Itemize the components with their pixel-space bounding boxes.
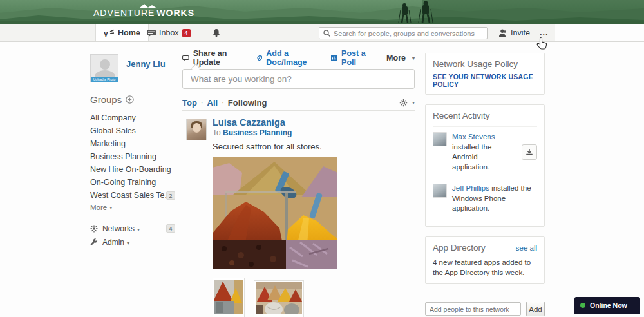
avatar-art bbox=[193, 123, 201, 133]
status-update-input[interactable] bbox=[182, 69, 415, 89]
to-label: To bbox=[213, 128, 221, 137]
recent-activity-title: Recent Activity bbox=[433, 111, 537, 120]
composer bbox=[182, 69, 415, 89]
activity-avatar[interactable] bbox=[433, 226, 447, 227]
gear-icon bbox=[399, 99, 408, 107]
yammer-logo-icon: y bbox=[104, 29, 115, 37]
activity-list: Max Stevens installed the Android applic… bbox=[433, 126, 537, 227]
avatar-placeholder-head bbox=[100, 59, 110, 70]
logo-text-works: WORKS bbox=[156, 8, 194, 18]
activity-user-link[interactable]: Jeff Phillips bbox=[452, 184, 489, 192]
author-avatar[interactable] bbox=[186, 119, 207, 140]
sidebar-item-networks[interactable]: Networks 4 bbox=[90, 222, 175, 235]
activity-item: Jeff Phillips installed the Windows Phon… bbox=[433, 178, 537, 214]
filter-all[interactable]: All bbox=[207, 98, 218, 108]
sidebar-group-item[interactable]: West Coast Sales Te... 2 bbox=[90, 189, 175, 202]
sidebar-group-item[interactable]: New Hire On-Boarding bbox=[90, 163, 175, 176]
usage-policy-box: Network Usage Policy SEE YOUR NETWORK US… bbox=[425, 53, 545, 95]
filter-top[interactable]: Top bbox=[182, 98, 197, 108]
sidebar-group-item[interactable]: Marketing bbox=[90, 137, 175, 150]
notifications-button[interactable] bbox=[205, 24, 228, 41]
current-user-name[interactable]: Jenny Liu bbox=[126, 59, 166, 69]
group-label: All Company bbox=[90, 113, 175, 122]
usage-policy-title: Network Usage Policy bbox=[433, 59, 537, 69]
activity-text: Max Stevens installed the Android applic… bbox=[452, 132, 516, 172]
left-sidebar: Upload a Photo Jenny Liu Groups All Comp… bbox=[90, 54, 175, 249]
add-people-row: Add bbox=[425, 302, 545, 316]
sidebar-group-item[interactable]: Global Sales bbox=[90, 124, 175, 137]
filter-separator: · bbox=[222, 99, 224, 106]
profile-avatar[interactable]: Upload a Photo bbox=[90, 54, 118, 82]
feed-post: Luisa Cazzaniga To Business Planning Sec… bbox=[182, 117, 415, 317]
post-to-line: To Business Planning bbox=[213, 128, 415, 137]
add-people-input[interactable] bbox=[425, 302, 521, 316]
invite-person-icon bbox=[498, 29, 507, 37]
top-navbar: y Home Inbox 4 bbox=[0, 24, 644, 42]
admin-label: Admin bbox=[102, 238, 124, 247]
sidebar-group-item[interactable]: Business Planning bbox=[90, 150, 175, 163]
activity-item: Max Stevens installed the Android applic… bbox=[433, 126, 537, 172]
group-label: Global Sales bbox=[90, 126, 175, 135]
post-group-link[interactable]: Business Planning bbox=[223, 128, 292, 137]
networks-label: Networks bbox=[102, 224, 135, 233]
logo-text-adventure: ADVENTURE bbox=[93, 8, 155, 18]
right-rail: Network Usage Policy SEE YOUR NETWORK US… bbox=[425, 53, 545, 317]
group-label: Business Planning bbox=[90, 152, 175, 161]
activity-user-link[interactable]: Jeff Phillips bbox=[452, 226, 489, 227]
activity-user-link[interactable]: Max Stevens bbox=[452, 133, 495, 140]
search-input[interactable] bbox=[334, 30, 483, 37]
online-now-toast[interactable]: Online Now bbox=[574, 297, 640, 314]
filter-following[interactable]: Following bbox=[228, 98, 267, 108]
add-people-button[interactable]: Add bbox=[526, 302, 545, 316]
group-label: West Coast Sales Te... bbox=[90, 191, 166, 200]
more-menu-button[interactable]: ... bbox=[532, 24, 556, 41]
sidebar-divider bbox=[90, 218, 175, 218]
post-image-spice-market[interactable] bbox=[213, 157, 337, 269]
networks-badge: 4 bbox=[166, 224, 175, 233]
post-body: Luisa Cazzaniga To Business Planning Sec… bbox=[213, 117, 415, 317]
online-now-label: Online Now bbox=[590, 302, 627, 309]
groups-more-label: More bbox=[90, 204, 107, 211]
recent-activity-box: Recent Activity Max Stevens installed th… bbox=[425, 104, 545, 227]
activity-avatar[interactable] bbox=[433, 132, 447, 146]
activity-item: Jeff Phillips and 2 others installed the… bbox=[433, 220, 537, 227]
share-update-tab[interactable]: Share an Update bbox=[182, 49, 245, 67]
add-doc-image-tab[interactable]: Add a Doc/Image bbox=[256, 49, 319, 67]
sidebar-group-item[interactable]: On-Going Training bbox=[90, 176, 175, 189]
paperclip-icon bbox=[256, 54, 262, 62]
groups-header: Groups bbox=[90, 94, 175, 105]
upload-photo-button[interactable]: Upload a Photo bbox=[91, 77, 118, 82]
app-directory-see-all[interactable]: see all bbox=[516, 244, 537, 252]
feed-settings-button[interactable] bbox=[399, 99, 415, 107]
feed-filters: Top · All · Following bbox=[182, 99, 415, 111]
post-author-link[interactable]: Luisa Cazzaniga bbox=[213, 117, 415, 128]
post-thumbnails bbox=[213, 278, 415, 317]
search-icon bbox=[323, 30, 330, 37]
thumbnail-1-image bbox=[214, 280, 243, 314]
publisher-more-tab[interactable]: More bbox=[386, 53, 415, 62]
sidebar-item-admin[interactable]: Admin bbox=[90, 235, 175, 249]
sidebar-group-item[interactable]: All Company bbox=[90, 111, 175, 124]
activity-avatar[interactable] bbox=[433, 184, 447, 198]
tab-inbox-label: Inbox bbox=[159, 28, 179, 37]
thumbnail-2[interactable] bbox=[254, 280, 304, 317]
publisher-more-label: More bbox=[386, 53, 406, 62]
group-label: Marketing bbox=[90, 139, 175, 148]
add-group-icon[interactable] bbox=[126, 95, 134, 104]
tab-inbox[interactable]: Inbox 4 bbox=[139, 24, 198, 41]
download-icon bbox=[526, 148, 533, 156]
post-poll-tab[interactable]: Post a Poll bbox=[331, 49, 375, 67]
thumbnail-1[interactable] bbox=[213, 278, 245, 317]
invite-button[interactable]: Invite bbox=[491, 24, 538, 41]
admin-wrench-icon bbox=[90, 238, 98, 246]
groups-more-button[interactable]: More bbox=[90, 202, 175, 213]
activity-verb: installed the Android application. bbox=[452, 143, 491, 171]
bell-icon bbox=[213, 28, 220, 37]
download-app-button[interactable] bbox=[522, 144, 537, 160]
network-banner: ADVENTURE WORKS bbox=[0, 0, 644, 24]
app-directory-title: App Directory bbox=[433, 243, 486, 253]
activity-text: Jeff Phillips installed the Windows Phon… bbox=[452, 184, 537, 214]
usage-policy-link[interactable]: SEE YOUR NETWORK USAGE POLICY bbox=[433, 73, 537, 88]
groups-list: All Company Global Sales Marketing Busin… bbox=[90, 111, 175, 202]
ellipsis-icon: ... bbox=[540, 28, 548, 37]
